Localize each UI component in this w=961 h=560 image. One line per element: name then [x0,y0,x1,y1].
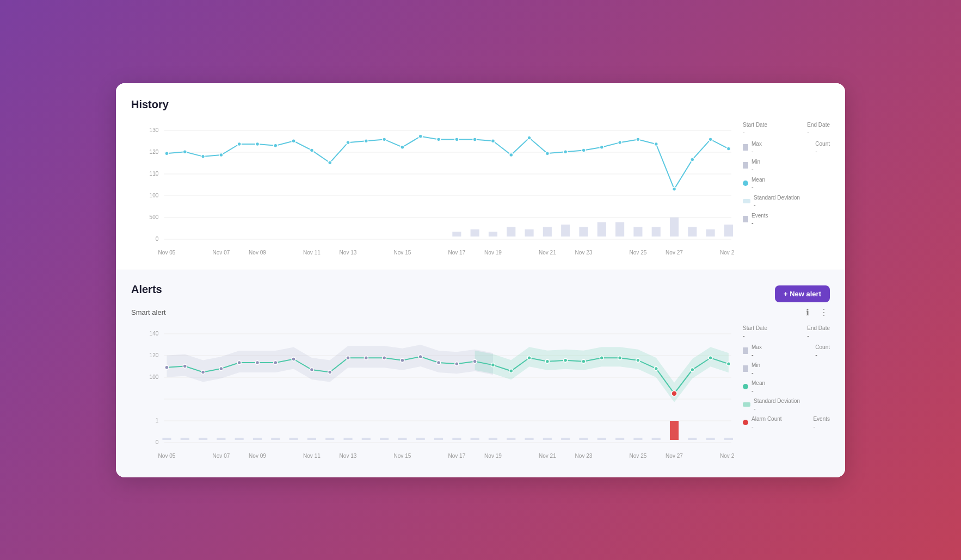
alerts-panel: Alerts + New alert Smart alert ℹ ⋮ [116,270,845,477]
svg-rect-27 [724,225,733,237]
svg-text:Nov 15: Nov 15 [394,453,411,459]
svg-point-58 [709,137,712,141]
svg-text:Nov 11: Nov 11 [303,250,321,256]
svg-text:Nov 15: Nov 15 [394,250,411,256]
svg-rect-91 [289,438,298,440]
svg-rect-17 [543,227,552,237]
main-card: History 130 120 110 100 500 [116,83,845,477]
svg-point-126 [346,356,350,359]
history-min-val: - [751,166,760,172]
svg-rect-87 [217,438,225,440]
svg-point-128 [383,356,386,359]
smart-alert-label: Smart alert [131,308,166,316]
svg-point-117 [183,364,187,368]
more-options-icon[interactable]: ⋮ [818,307,830,319]
alerts-alarm-item: Alarm Count - Events - [743,416,830,430]
svg-point-116 [165,365,169,369]
svg-text:500: 500 [150,214,159,220]
svg-rect-13 [471,229,479,236]
history-min-item: Min - [743,159,830,172]
svg-text:Nov 21: Nov 21 [539,453,556,459]
svg-text:Nov 29: Nov 29 [720,250,734,256]
history-min-icon [743,162,748,169]
history-chart-area: 130 120 110 100 500 0 Nov 05Nov 07Nov 09… [131,120,830,263]
svg-text:0: 0 [156,439,159,445]
alerts-std-item: Standard Deviation - [743,398,830,412]
alerts-min-label: Min [751,362,760,368]
alerts-end-date-label: End Date [807,325,830,331]
svg-rect-88 [235,438,244,440]
svg-point-127 [364,356,368,359]
svg-rect-99 [434,438,443,440]
svg-point-32 [237,142,241,146]
svg-text:Nov 07: Nov 07 [212,250,230,256]
svg-point-31 [219,153,223,157]
svg-rect-106 [561,438,570,440]
svg-point-59 [726,147,730,151]
alerts-title: Alerts [131,283,162,296]
svg-rect-105 [543,438,552,440]
svg-rect-84 [162,438,171,440]
alerts-events-val: - [813,423,830,430]
history-std-item: Standard Deviation - [743,195,830,208]
svg-point-28 [165,151,169,155]
svg-point-136 [527,356,531,359]
alerts-max-item: Max - Count - [743,344,830,358]
svg-point-52 [600,145,603,149]
svg-point-35 [292,139,295,142]
svg-text:120: 120 [150,149,159,155]
svg-point-130 [418,354,422,358]
svg-point-125 [328,370,332,374]
alerts-legend: Start Date - End Date - Max - Cou [743,323,830,466]
svg-text:140: 140 [150,331,159,337]
svg-point-142 [636,358,640,362]
history-max-item: Max - Count - [743,141,830,154]
info-icon[interactable]: ℹ [802,307,814,319]
svg-point-140 [600,356,603,359]
history-mean-icon [743,181,748,186]
alerts-count-label: Count [815,344,830,350]
history-panel: History 130 120 110 100 500 [116,83,845,270]
svg-rect-104 [525,438,534,440]
svg-point-57 [691,158,694,161]
svg-point-119 [219,366,223,370]
svg-text:Nov 23: Nov 23 [575,250,593,256]
alerts-std-icon [743,402,750,407]
history-events-label: Events [751,213,768,219]
svg-rect-85 [181,438,189,440]
svg-point-46 [491,139,495,142]
history-std-icon [743,199,750,203]
history-start-date-val: - [743,129,767,135]
svg-text:Nov 13: Nov 13 [340,250,357,256]
svg-point-37 [328,160,332,164]
svg-text:Nov 19: Nov 19 [484,453,502,459]
alerts-mean-label: Mean [751,380,765,386]
svg-point-41 [401,145,404,149]
svg-point-34 [274,144,278,147]
svg-point-48 [527,136,531,140]
alerts-count-val: - [815,351,830,358]
svg-point-36 [310,148,313,152]
alerts-mean-item: Mean - [743,380,830,394]
svg-point-49 [545,151,549,155]
svg-text:Nov 09: Nov 09 [249,453,266,459]
svg-rect-86 [199,438,207,440]
svg-point-42 [418,134,422,138]
history-mean-label: Mean [751,177,765,183]
svg-rect-113 [706,438,715,440]
svg-rect-109 [615,438,624,440]
svg-point-39 [364,139,368,142]
history-end-date-label: End Date [807,122,830,128]
history-max-icon [743,144,748,151]
svg-text:Nov 23: Nov 23 [575,453,593,459]
svg-rect-95 [362,438,371,440]
alerts-max-label: Max [751,344,762,350]
history-chart: 130 120 110 100 500 0 Nov 05Nov 07Nov 09… [131,120,734,263]
svg-text:100: 100 [150,374,159,380]
svg-rect-110 [633,438,642,440]
history-legend: Start Date - End Date - Max - Cou [743,120,830,263]
svg-rect-18 [561,225,570,237]
history-mean-val: - [751,184,765,190]
new-alert-button[interactable]: + New alert [775,285,830,302]
svg-text:Nov 27: Nov 27 [666,453,683,459]
